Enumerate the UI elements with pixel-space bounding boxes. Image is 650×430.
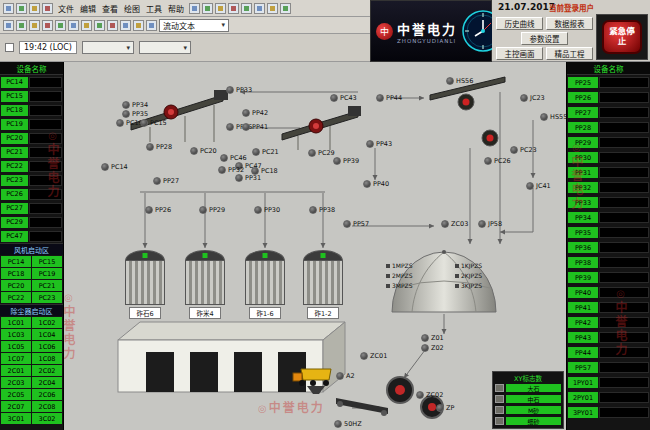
dust-start-button[interactable]: 1C07 [1, 353, 31, 364]
device-marker[interactable]: ZC03 [441, 220, 468, 228]
device-marker[interactable]: JP58 [478, 220, 502, 228]
device-code-cell[interactable]: PC29 [1, 217, 28, 228]
text-icon[interactable] [68, 20, 79, 31]
undo-icon[interactable] [228, 3, 239, 14]
dust-start-button[interactable]: 2C05 [1, 389, 31, 400]
device-code-cell[interactable]: PC21 [1, 147, 28, 158]
dust-start-button[interactable]: 2C04 [32, 377, 62, 388]
device-code-cell[interactable]: PP34 [568, 212, 598, 223]
device-marker[interactable]: PC46 [220, 154, 247, 162]
device-code-cell[interactable]: 3PY01 [568, 407, 598, 418]
fan-start-button[interactable]: PC15 [32, 256, 62, 267]
dome-feed-label[interactable]: 2KJPZS [455, 272, 482, 279]
valve-icon[interactable] [146, 20, 157, 31]
device-code-cell[interactable]: PP41 [568, 302, 598, 313]
material-value-cell[interactable]: M砂 [506, 406, 561, 414]
device-code-cell[interactable]: PP38 [568, 257, 598, 268]
device-marker[interactable]: PP40 [363, 180, 389, 188]
dust-start-button[interactable]: 3C01 [1, 413, 31, 424]
menu-item[interactable]: 编辑 [77, 2, 99, 15]
device-code-cell[interactable]: PC19 [1, 119, 28, 130]
dust-start-button[interactable]: 1C02 [32, 317, 62, 328]
device-marker[interactable]: PP34 [122, 101, 148, 109]
device-marker[interactable]: PC20 [190, 147, 217, 155]
device-marker[interactable]: PP41 [242, 123, 268, 131]
run-icon[interactable] [280, 3, 291, 14]
device-code-cell[interactable]: PP36 [568, 242, 598, 253]
device-marker[interactable]: PP31 [235, 174, 261, 182]
device-code-cell[interactable]: PP35 [568, 227, 598, 238]
device-marker[interactable]: PC43 [330, 94, 357, 102]
device-code-cell[interactable]: 1PY01 [568, 377, 598, 388]
cut-icon[interactable] [189, 3, 200, 14]
dome-feed-label[interactable]: 3MPZS [386, 282, 413, 289]
device-code-cell[interactable]: PC20 [1, 133, 28, 144]
material-value-cell[interactable]: 中石 [506, 395, 561, 403]
redo-icon[interactable] [241, 3, 252, 14]
device-code-cell[interactable]: PC27 [1, 203, 28, 214]
device-code-cell[interactable]: PP28 [568, 122, 598, 133]
device-marker[interactable]: PC19 [116, 119, 143, 127]
device-code-cell[interactable]: PC26 [1, 189, 28, 200]
device-code-cell[interactable]: PC15 [1, 91, 28, 102]
device-code-cell[interactable]: PC22 [1, 161, 28, 172]
menu-item[interactable]: 帮助 [165, 2, 187, 15]
device-marker[interactable]: HS55 [540, 113, 567, 121]
device-marker[interactable]: Z01 [421, 334, 444, 342]
device-code-cell[interactable]: PP44 [568, 347, 598, 358]
dust-start-button[interactable]: 3C02 [32, 413, 62, 424]
device-marker[interactable]: ZC02 [416, 391, 443, 399]
grid-icon[interactable] [267, 3, 278, 14]
fan-start-button[interactable]: PC20 [1, 280, 31, 291]
dust-start-button[interactable]: 2C03 [1, 377, 31, 388]
dust-start-button[interactable]: 2C07 [1, 401, 31, 412]
dust-start-button[interactable]: 1C05 [1, 341, 31, 352]
device-marker[interactable]: PC26 [484, 157, 511, 165]
image-icon[interactable] [81, 20, 92, 31]
menu-item[interactable]: 查看 [99, 2, 121, 15]
device-marker[interactable]: PP27 [153, 177, 179, 185]
device-marker[interactable]: PP33 [226, 86, 252, 94]
copy-icon[interactable] [202, 3, 213, 14]
dust-start-button[interactable]: 1C01 [1, 317, 31, 328]
device-marker[interactable]: PP57 [343, 220, 369, 228]
device-marker[interactable]: JC23 [520, 94, 545, 102]
new-file-icon[interactable] [3, 3, 14, 14]
device-code-cell[interactable]: PP39 [568, 272, 598, 283]
device-marker[interactable]: PP42 [242, 109, 268, 117]
select-icon[interactable] [3, 20, 14, 31]
device-marker[interactable]: ZC01 [360, 352, 387, 360]
quality-project-button[interactable]: 精品工程 [546, 47, 593, 60]
device-code-cell[interactable]: PP30 [568, 152, 598, 163]
device-marker[interactable]: PP39 [333, 157, 359, 165]
material-value-cell[interactable]: 大石 [506, 384, 561, 392]
emergency-stop-button[interactable]: 紧急停止 [602, 20, 642, 54]
device-code-cell[interactable]: PC18 [1, 105, 28, 116]
dust-start-button[interactable]: 2C06 [32, 389, 62, 400]
dust-start-button[interactable]: 1C03 [1, 329, 31, 340]
menu-item[interactable]: 工具 [143, 2, 165, 15]
device-code-cell[interactable]: PP33 [568, 197, 598, 208]
save-icon[interactable] [29, 3, 40, 14]
device-code-cell[interactable]: PP40 [568, 287, 598, 298]
device-marker[interactable]: PC29 [308, 149, 335, 157]
dome-feed-label[interactable]: 1KJPZS [455, 262, 482, 269]
device-marker[interactable]: PP28 [146, 143, 172, 151]
dust-start-button[interactable]: 2C08 [32, 401, 62, 412]
fan-start-button[interactable]: PC18 [1, 268, 31, 279]
device-marker[interactable]: PP44 [376, 94, 402, 102]
fan-start-button[interactable]: PC22 [1, 292, 31, 303]
device-marker[interactable]: PP26 [145, 206, 171, 214]
fan-start-button[interactable]: PC23 [32, 292, 62, 303]
device-code-cell[interactable]: PP31 [568, 167, 598, 178]
status-checkbox[interactable] [5, 43, 14, 52]
material-value-cell[interactable]: 细砂 [506, 417, 561, 425]
device-marker[interactable]: PC23 [510, 146, 537, 154]
view-combobox[interactable] [82, 41, 134, 54]
device-marker[interactable]: JC41 [526, 182, 551, 190]
device-marker[interactable]: A2 [336, 372, 355, 380]
zoom-icon[interactable] [254, 3, 265, 14]
device-code-cell[interactable]: PP43 [568, 332, 598, 343]
dust-start-button[interactable]: 1C08 [32, 353, 62, 364]
device-code-cell[interactable]: PP42 [568, 317, 598, 328]
